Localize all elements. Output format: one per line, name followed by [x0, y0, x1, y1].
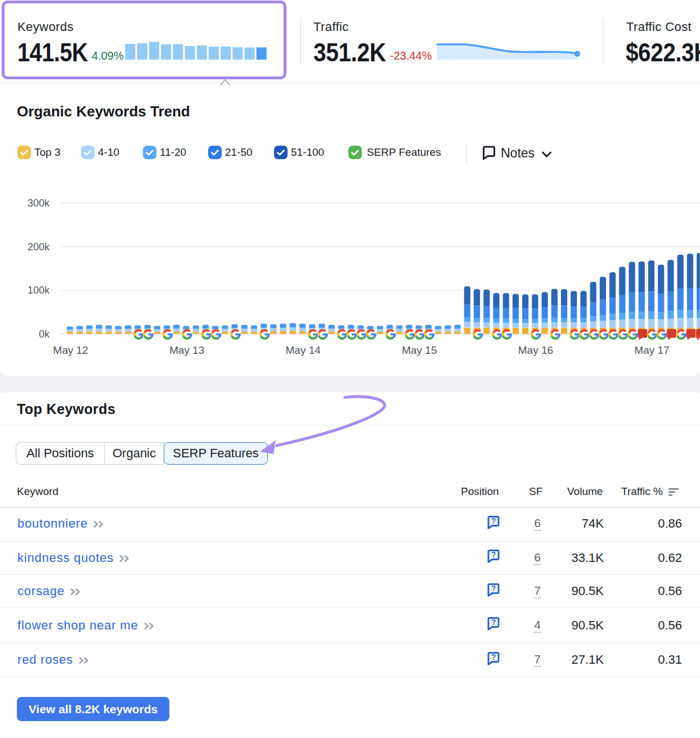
svg-text:?: ?: [491, 618, 496, 627]
svg-text:May 16: May 16: [518, 344, 553, 356]
svg-text:300k: 300k: [28, 197, 50, 209]
svg-text:May 14: May 14: [286, 344, 321, 356]
svg-text:May 12: May 12: [53, 344, 88, 356]
svg-text:100k: 100k: [28, 285, 50, 296]
svg-text:May 15: May 15: [402, 344, 437, 356]
svg-text:May 17: May 17: [634, 344, 669, 356]
svg-text:?: ?: [491, 652, 496, 662]
svg-text:200k: 200k: [28, 241, 50, 253]
svg-text:May 13: May 13: [169, 344, 204, 356]
svg-text:?: ?: [491, 584, 496, 593]
svg-text:?: ?: [491, 516, 496, 525]
svg-text:?: ?: [491, 550, 496, 559]
svg-text:0k: 0k: [39, 328, 50, 340]
